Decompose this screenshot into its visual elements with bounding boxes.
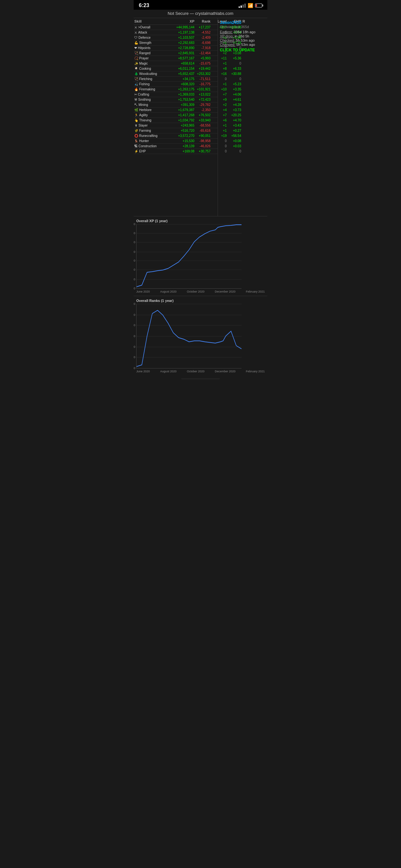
table-row: 🌲 Woodcutting +5,652,437 +253,302 +16 +3… xyxy=(134,71,218,76)
skill-xp: +1,679,387 xyxy=(170,108,196,112)
skill-name: ⚔ Attack xyxy=(134,31,170,34)
skill-rank: -68,556 xyxy=(196,124,212,127)
skill-name: ⛏ Mining xyxy=(134,103,170,106)
table-row: 🏹 Ranged +2,845,931 -12,464 +2 +3.08 xyxy=(134,51,218,56)
table-row: 🌾 Farming +516,720 -65,616 +1 +0.27 xyxy=(134,128,218,133)
skill-icon: 👆 xyxy=(134,119,138,122)
skill-icon: ⚔ xyxy=(134,26,137,29)
earliest-row: Earliest: 336d 18h ago xyxy=(220,30,267,34)
skill-name: 🦌 Hunter xyxy=(134,139,170,143)
skill-rank: +72,423 xyxy=(196,98,212,101)
skill-name: 🎣 Fishing xyxy=(134,82,170,86)
skill-rank: +13,022 xyxy=(196,93,212,96)
skill-rank: -65,616 xyxy=(196,129,212,132)
checked-row: Checked: 5h 53m ago xyxy=(220,38,267,42)
table-row: ❤ Hitpoints +2,728,890 -7,918 0 0 xyxy=(134,45,218,51)
skill-rank: -71,511 xyxy=(196,77,212,81)
skill-icon: 💪 xyxy=(134,41,138,44)
skill-name: 👆 Thieving xyxy=(134,119,170,122)
skill-name: 🏹 Ranged xyxy=(134,51,170,55)
skill-xp: +391,309 xyxy=(170,103,196,106)
skill-xp: +5,652,437 xyxy=(170,72,196,75)
table-row: 👆 Thieving +1,034,792 +33,940 +6 +4.70 xyxy=(134,118,218,123)
skill-xp: +2,292,683 xyxy=(170,41,196,44)
skill-xp: +3,572,270 xyxy=(170,134,196,137)
skill-rank: -7,918 xyxy=(196,46,212,50)
skills-header: Skill XP Rank Level EHP R xyxy=(134,18,218,25)
changed-row: Changed: 5h 53m ago xyxy=(220,42,267,46)
xp-col-header: XP xyxy=(170,20,196,23)
skill-rank: +101,921 xyxy=(196,88,212,91)
table-row: 🛡 Defence +1,103,507 -2,409 +1 +1.96 xyxy=(134,35,218,40)
skill-xp: +44,995,144 xyxy=(170,26,196,29)
skill-name: ⭕ Runecrafting xyxy=(134,134,170,137)
table-row: 🏹 Fletching +34,175 -71,511 0 0 xyxy=(134,76,218,82)
skill-xp: +2,728,890 xyxy=(170,46,196,50)
skill-name: 🌾 Farming xyxy=(134,129,170,132)
rank-chart-area: 90,000 95,000 100,000 105,000 110,000 11… xyxy=(136,304,242,368)
table-row: ⭕ Runecrafting +3,572,270 +90,051 +19 +5… xyxy=(134,133,218,138)
table-row: 🗡 Slayer +243,965 -68,556 +1 +3.43 xyxy=(134,123,218,128)
skill-name: 🛡 Defence xyxy=(134,36,170,39)
url-bar: Not Secure — crystalmathlabs.com xyxy=(134,10,267,18)
skill-name: 🏹 Fletching xyxy=(134,77,170,81)
skill-icon: 🎣 xyxy=(134,82,138,86)
skill-icon: 🏹 xyxy=(134,77,138,81)
skill-name: ❤ Hitpoints xyxy=(134,46,170,50)
skill-xp: +169.08 xyxy=(170,150,196,153)
table-row: 🍳 Cooking +6,011,154 +19,442 +8 +6.33 xyxy=(134,66,218,71)
player-name[interactable]: Jason2410 xyxy=(220,20,267,25)
skill-xp: +1,753,540 xyxy=(170,98,196,101)
skill-rank: -2,350 xyxy=(196,108,212,112)
xp-chart-svg xyxy=(136,224,242,288)
skill-icon: 🏃 xyxy=(134,113,138,117)
skill-xp: +2,845,931 xyxy=(170,51,196,55)
skill-rank: +17,237 xyxy=(196,26,212,29)
skill-icon: ⛏ xyxy=(134,103,137,106)
skill-xp: +658,614 xyxy=(170,62,196,65)
skill-icon: ⭕ xyxy=(134,134,138,137)
skill-rank: -98,958 xyxy=(196,139,212,143)
skill-xp: +1,417,268 xyxy=(170,113,196,117)
table-row: 🦌 Hunter +15,530 -98,958 0 +0.08 xyxy=(134,138,218,144)
skill-rank: -6,698 xyxy=(196,41,212,44)
skill-name: 🔥 Firemaking xyxy=(134,88,170,91)
skill-icon: 🗡 xyxy=(134,124,137,127)
skills-panel: Skill XP Rank Level EHP R ⚔ >Overall +44… xyxy=(134,18,218,216)
xp-chart-title: Overall XP (1 year) xyxy=(134,218,267,224)
skill-name: 🍳 Cooking xyxy=(134,67,170,70)
table-row: 🎣 Fishing +608,320 -16,775 +1 +5.23 xyxy=(134,82,218,87)
skill-xp: +1,263,175 xyxy=(170,88,196,91)
table-row: ⚒ Smithing +1,753,540 +72,423 +9 +4.61 xyxy=(134,97,218,102)
skill-xp: +28,139 xyxy=(170,144,196,148)
table-row: ⚔ >Overall +44,995,144 +17,237 +107 +169… xyxy=(134,25,218,30)
skill-name: 🌿 Herblore xyxy=(134,108,170,112)
skill-name: ⚔ >Overall xyxy=(134,26,170,29)
click-update-button[interactable]: CLICK TO UPDATE xyxy=(220,48,267,52)
skill-name: 🌲 Woodcutting xyxy=(134,72,170,75)
skill-name: 🏗 Construction xyxy=(134,144,170,148)
skill-icon: ❤ xyxy=(134,46,137,50)
skill-icon: 🛡 xyxy=(134,36,137,39)
skill-name: ⚡ EHP xyxy=(134,150,170,153)
skill-rank: +5,993 xyxy=(196,57,212,60)
skill-icon: ⚔ xyxy=(134,31,137,34)
skill-rank: -46,826 xyxy=(196,144,212,148)
skill-icon: 🔥 xyxy=(134,88,138,91)
skill-rank: +33,940 xyxy=(196,119,212,122)
table-row: 🔥 Firemaking +1,263,175 +101,921 +10 +3.… xyxy=(134,87,218,92)
skill-xp: +34,175 xyxy=(170,77,196,81)
charts-section: Overall XP (1 year) 225,000,000 220,000,… xyxy=(134,216,267,376)
skill-icon: 🏹 xyxy=(134,51,138,55)
scroll-indicator xyxy=(181,378,220,379)
table-row: 🏃 Agility +1,417,268 +76,502 +7 +20.25 xyxy=(134,113,218,118)
table-row: ⚡ EHP +169.08 +30,757 0 0 xyxy=(134,149,218,154)
skill-icon: ⚒ xyxy=(134,98,137,101)
skill-rank: -15,675 xyxy=(196,62,212,65)
skill-rank: +30,757 xyxy=(196,150,212,153)
skill-icon: 🍳 xyxy=(134,67,138,70)
skill-rank: -29,782 xyxy=(196,103,212,106)
skill-icon: 🌲 xyxy=(134,72,138,75)
status-bar: 6:23 📶 xyxy=(134,0,267,10)
xp-drop-row: XP drop: in 28d 5h xyxy=(220,34,267,38)
